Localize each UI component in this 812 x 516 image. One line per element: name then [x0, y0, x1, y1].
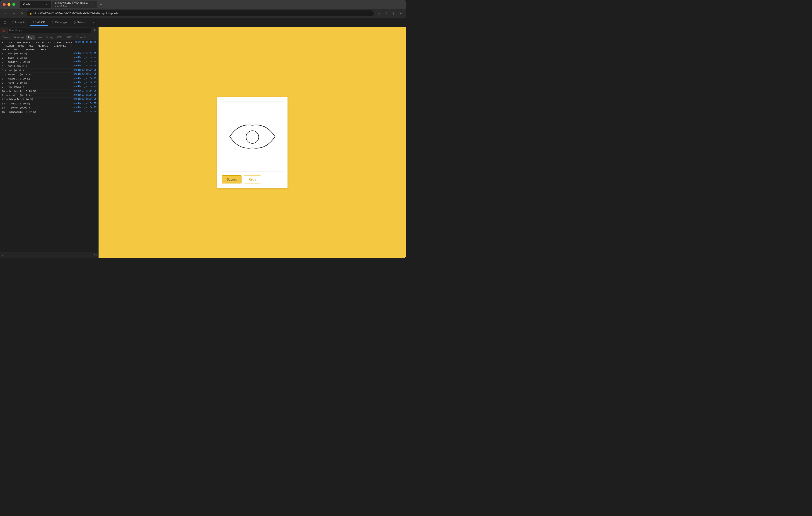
- console-line: 5 – cat (0.30 %)predict.js:164:25: [0, 69, 98, 73]
- tab-console[interactable]: ≡ Console: [30, 19, 48, 26]
- filter-debug[interactable]: Debug: [44, 35, 55, 40]
- console-side-panel-button[interactable]: ⬚: [94, 254, 96, 256]
- console-line: 14 – flower (0.08 %)predict.js:164:25: [0, 106, 98, 110]
- debugger-label: Debugger: [55, 21, 67, 24]
- tab-predict-label: Predict: [23, 3, 31, 6]
- console-prompt: »: [2, 254, 3, 256]
- network-icon: ⬡: [74, 21, 76, 24]
- debugger-icon: ⬡: [52, 21, 54, 24]
- console-clear-button[interactable]: 🚫: [2, 28, 6, 32]
- console-source-link[interactable]: predict.js:164:25: [74, 106, 96, 109]
- back-button[interactable]: ←: [2, 10, 9, 17]
- console-message-text: 7 – rabbit (0.20 %): [2, 77, 71, 81]
- console-line: 15 – pineapple (0.07 %)predict.js:164:25: [0, 110, 98, 114]
- console-line: 2 – face (6.23 %)predict.js:164:25: [0, 56, 98, 60]
- console-line: 13 – truck (0.09 %)predict.js:164:25: [0, 102, 98, 106]
- console-line: 10 – butterfly (0.13 %)predict.js:164:25: [0, 89, 98, 94]
- console-message-text: 10 – butterfly (0.13 %): [2, 90, 71, 93]
- console-output: BICYCLE – BUTTERFLY – CASTLE – CAT – EYE…: [0, 40, 98, 252]
- traffic-lights: [3, 3, 15, 6]
- menu-button[interactable]: ≡: [397, 10, 404, 17]
- filter-errors[interactable]: Errors: [1, 35, 11, 40]
- filter-warnings[interactable]: Warnings: [12, 35, 26, 40]
- console-line: 12 – bicycle (0.10 %)predict.js:164:25: [0, 98, 98, 102]
- maximize-traffic-light[interactable]: [12, 3, 15, 6]
- eye-svg: [228, 121, 277, 152]
- submit-button[interactable]: Submit: [222, 175, 242, 183]
- console-message-text: 13 – truck (0.09 %): [2, 102, 71, 105]
- console-input-line: » ⬚: [0, 252, 98, 258]
- console-source-link[interactable]: predict.js:164:25: [74, 65, 96, 67]
- console-message-text: 15 – pineapple (0.07 %): [2, 111, 71, 114]
- console-source-link[interactable]: predict.js:164:25: [74, 69, 96, 71]
- filter-xhr[interactable]: XHR: [64, 35, 74, 40]
- close-traffic-light[interactable]: [3, 3, 6, 6]
- filter-requests[interactable]: Requests: [74, 35, 88, 40]
- more-tools-button[interactable]: ⋮: [390, 10, 397, 17]
- inspector-label: Inspector: [15, 21, 26, 24]
- console-message-text: 1 – eye (91.05 %): [2, 52, 71, 56]
- console-source-link[interactable]: predict.js:164:25: [74, 81, 96, 84]
- browser-window: Predict ✕ unknown.png (PNG Image, 701 × …: [0, 0, 406, 258]
- console-message-text: BICYCLE – BUTTERFLY – CASTLE – CAT – EYE…: [2, 41, 73, 52]
- minimize-traffic-light[interactable]: [7, 3, 10, 6]
- url-bar[interactable]: 🔒 https://8e17-2a01-e34-ec5d-57d0-65a6-d…: [27, 10, 374, 16]
- filter-logs[interactable]: Logs: [26, 35, 35, 40]
- console-message-text: 12 – bicycle (0.10 %): [2, 98, 71, 101]
- retry-button[interactable]: Retry: [244, 175, 261, 183]
- console-message-text: 2 – face (6.23 %): [2, 56, 71, 60]
- devtools-tabs-bar: ⬡ ⬡ Inspector ≡ Console ⬡ Debugger ⬡ Net…: [0, 18, 406, 27]
- console-source-link[interactable]: predict.js:164:25: [74, 77, 96, 80]
- drawing-canvas[interactable]: [222, 101, 283, 172]
- console-line: 9 – key (0.15 %)predict.js:164:25: [0, 85, 98, 89]
- tab-predict[interactable]: Predict ✕: [20, 1, 52, 8]
- console-source-link[interactable]: predict.js:181:9: [75, 41, 96, 43]
- new-tab-button[interactable]: +: [98, 1, 104, 8]
- console-line: 6 – mermaid (0.28 %)predict.js:164:25: [0, 73, 98, 77]
- bookmark-button[interactable]: ☆: [376, 10, 382, 17]
- tab-image-label: unknown.png (PNG Image, 701 × 6…: [55, 1, 90, 7]
- tab-predict-close[interactable]: ✕: [45, 3, 48, 6]
- console-line: 4 – snail (0.42 %)predict.js:164:25: [0, 64, 98, 68]
- console-message-text: 9 – key (0.15 %): [2, 85, 71, 89]
- console-source-link[interactable]: predict.js:164:25: [74, 111, 96, 113]
- tab-debugger[interactable]: ⬡ Debugger: [49, 19, 70, 26]
- console-settings-button[interactable]: ⚙: [92, 28, 96, 32]
- filter-info[interactable]: Info: [36, 35, 44, 40]
- console-message-text: 6 – mermaid (0.28 %): [2, 73, 71, 76]
- console-toolbar: 🚫 ⚙: [0, 27, 98, 34]
- forward-button[interactable]: →: [10, 10, 17, 17]
- console-source-link[interactable]: predict.js:164:25: [74, 60, 96, 63]
- tab-image-close[interactable]: ✕: [91, 3, 94, 6]
- more-devtools-button[interactable]: »: [90, 19, 97, 26]
- console-line: BICYCLE – BUTTERFLY – CASTLE – CAT – EYE…: [0, 41, 98, 52]
- lock-icon: 🔒: [29, 12, 32, 15]
- console-source-link[interactable]: predict.js:164:25: [74, 98, 96, 100]
- console-icon: ≡: [33, 21, 34, 24]
- console-source-link[interactable]: predict.js:164:25: [74, 94, 96, 96]
- drawing-card: Submit Retry: [217, 97, 288, 188]
- console-filter-input[interactable]: [7, 28, 91, 33]
- tab-network[interactable]: ⬡ Network: [71, 19, 89, 26]
- devtools-inspect-button[interactable]: ⬡: [2, 19, 8, 26]
- console-source-link[interactable]: predict.js:164:25: [74, 56, 96, 59]
- console-message-text: 5 – cat (0.30 %): [2, 69, 71, 72]
- console-source-link[interactable]: predict.js:164:25: [74, 52, 96, 55]
- console-line: 11 – castle (0.12 %)predict.js:164:25: [0, 94, 98, 98]
- console-line: 8 – hand (0.19 %)predict.js:164:25: [0, 81, 98, 85]
- console-source-link[interactable]: predict.js:164:25: [74, 90, 96, 92]
- url-text: https://8e17-2a01-e34-ec5d-57d0-65a6-dde…: [33, 12, 119, 15]
- filter-css[interactable]: CSS: [56, 35, 64, 40]
- console-message-text: 4 – snail (0.42 %): [2, 65, 71, 68]
- console-source-link[interactable]: predict.js:164:25: [74, 102, 96, 105]
- console-source-link[interactable]: predict.js:164:25: [74, 85, 96, 88]
- tab-inspector[interactable]: ⬡ Inspector: [9, 19, 29, 26]
- reload-button[interactable]: ↻: [19, 10, 25, 17]
- tab-image[interactable]: unknown.png (PNG Image, 701 × 6… ✕: [52, 1, 97, 8]
- console-line: 1 – eye (91.05 %)predict.js:164:25: [0, 52, 98, 56]
- nav-bar: ← → ↻ 🔒 https://8e17-2a01-e34-ec5d-57d0-…: [0, 9, 406, 18]
- drawing-buttons: Submit Retry: [222, 175, 283, 183]
- console-source-link[interactable]: predict.js:164:25: [74, 73, 96, 75]
- console-message-text: 14 – flower (0.08 %): [2, 106, 71, 110]
- download-button[interactable]: ⬇: [383, 10, 389, 17]
